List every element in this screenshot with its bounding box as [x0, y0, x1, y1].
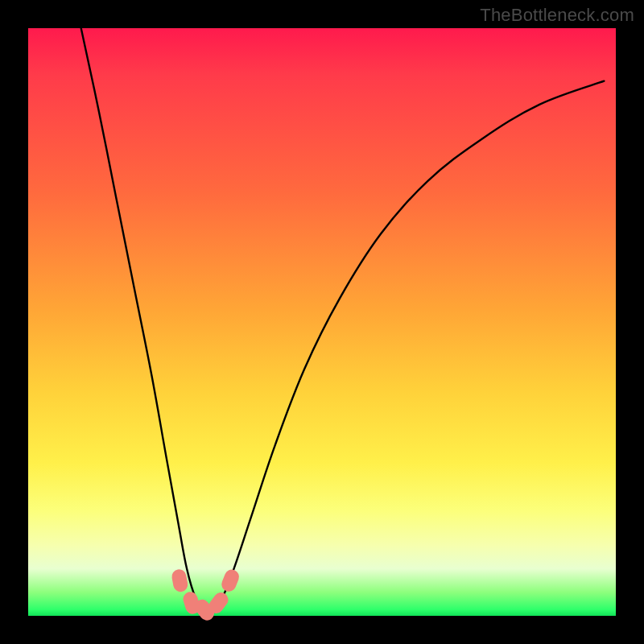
bottleneck-curve [81, 28, 605, 612]
attribution-text: TheBottleneck.com [480, 5, 634, 26]
trough-markers [171, 568, 242, 623]
chart-frame: TheBottleneck.com [0, 0, 644, 644]
trough-marker [171, 568, 189, 593]
trough-marker [220, 568, 242, 594]
plot-area [28, 28, 616, 616]
curve-svg [28, 28, 616, 616]
